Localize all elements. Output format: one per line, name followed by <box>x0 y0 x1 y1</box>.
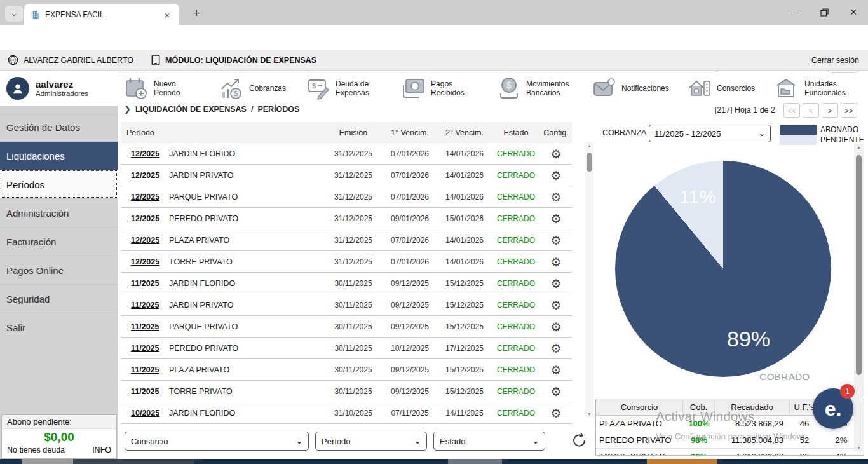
config-gear-icon[interactable]: ⚙ <box>540 233 572 247</box>
config-gear-icon[interactable]: ⚙ <box>540 190 572 204</box>
action-nuevo-periodo[interactable]: Nuevo Periodo <box>124 76 200 100</box>
period-link[interactable]: 11/2025 <box>131 301 159 310</box>
page-next-button[interactable]: > <box>822 103 838 118</box>
estado-badge: CERRADO <box>492 409 540 418</box>
config-gear-icon[interactable]: ⚙ <box>540 406 572 420</box>
period-link[interactable]: 12/2025 <box>131 257 159 266</box>
scroll-up-icon[interactable]: ▲ <box>585 144 593 148</box>
legend-swatch-abonado <box>780 125 817 135</box>
abono-amount: $0,00 <box>2 429 116 446</box>
scrollbar-thumb[interactable] <box>587 153 592 172</box>
config-gear-icon[interactable]: ⚙ <box>540 147 572 161</box>
sidebar-item-gestion-de-datos[interactable]: Gestión de Datos <box>0 113 118 141</box>
vencimiento2-date: 15/12/2025 <box>437 279 492 288</box>
vencimiento1-date: 07/01/2026 <box>383 236 437 245</box>
scrollbar-thumb[interactable] <box>856 155 862 375</box>
sidebar-item-facturacion[interactable]: Facturación <box>0 227 118 256</box>
abono-title: Abono pendiente: <box>2 415 116 429</box>
period-link[interactable]: 11/2025 <box>131 387 159 396</box>
config-gear-icon[interactable]: ⚙ <box>540 385 572 399</box>
vencimiento2-date: 14/01/2026 <box>437 149 492 158</box>
period-link[interactable]: 11/2025 <box>131 279 159 288</box>
emision-date: 31/12/2025 <box>324 149 383 158</box>
config-gear-icon[interactable]: ⚙ <box>540 255 572 269</box>
cobranza-label: COBRANZA <box>602 128 646 137</box>
sidebar-item-seguridad[interactable]: Seguridad <box>0 284 118 313</box>
module-title: MÓDULO: LIQUIDACIÓN DE EXPENSAS <box>165 56 316 65</box>
sidebar-username: aalvarez <box>36 79 88 90</box>
logout-link[interactable]: Cerrar sesión <box>811 56 859 65</box>
action-deuda-de-expensas[interactable]: $ Deuda de Expensas <box>306 76 381 100</box>
estado-badge: CERRADO <box>492 387 540 396</box>
breadcrumb-chevron-icon: ❯ <box>124 104 131 114</box>
config-gear-icon[interactable]: ⚙ <box>540 320 572 334</box>
config-gear-icon[interactable]: ⚙ <box>540 276 572 290</box>
cobranza-range-select[interactable]: 11/2025 - 12/2025 ⌄ <box>649 125 771 142</box>
period-link[interactable]: 11/2025 <box>131 322 159 331</box>
action-cobranzas[interactable]: $ Cobranzas <box>219 76 286 100</box>
config-gear-icon[interactable]: ⚙ <box>540 298 572 312</box>
pagination-buttons: << < > >> <box>783 103 857 118</box>
breadcrumb-row: ❯ LIQUIDACIÓN DE EXPENSAS / PERÍODOS [21… <box>124 104 861 119</box>
sidebar-item-periodos[interactable]: Períodos <box>0 170 118 198</box>
estado-badge: CERRADO <box>492 279 540 288</box>
pie-value-cobrado: 89% <box>727 327 770 351</box>
emision-date: 31/12/2025 <box>324 171 383 180</box>
table-row: 11/2025PARQUE PRIVATO30/11/202509/12/202… <box>121 316 572 338</box>
action-pagos-recibidos[interactable]: Pagos Recibidos <box>401 76 477 100</box>
close-button[interactable]: ✕ <box>839 0 868 24</box>
period-link[interactable]: 12/2025 <box>131 193 159 201</box>
browser-tab[interactable]: EXPENSA FACIL × <box>24 4 179 25</box>
config-gear-icon[interactable]: ⚙ <box>540 341 572 355</box>
estado-filter-select[interactable]: Estado⌄ <box>433 432 545 451</box>
table-row: 12/2025JARDIN FLORIDO31/12/202507/01/202… <box>121 143 572 165</box>
periodo-filter-select[interactable]: Período⌄ <box>315 432 427 451</box>
estado-badge: CERRADO <box>492 193 540 201</box>
action-unidades-funcionales[interactable]: Unidades Funcionales <box>775 76 850 100</box>
action-movimientos-bancarios[interactable]: $ Movimientos Bancarios <box>496 76 572 100</box>
chat-widget-logo: e. <box>825 397 842 421</box>
sidebar-item-salir[interactable]: Salir <box>0 313 118 341</box>
sidebar-item-pagos-online[interactable]: Pagos Online <box>0 256 118 284</box>
table-row: 11/2025PLAZA PRIVATO30/11/202509/12/2025… <box>121 359 572 381</box>
windows-watermark-line1: Activar Windows <box>656 409 754 424</box>
period-link[interactable]: 11/2025 <box>131 365 159 374</box>
sidebar-item-administracion[interactable]: Administración <box>0 198 118 227</box>
tab-search-button[interactable]: ⌄ <box>5 6 23 22</box>
panel-scrollbar[interactable]: ▲ ▼ <box>854 144 864 451</box>
reload-filters-icon[interactable] <box>570 431 589 450</box>
page-first-button[interactable]: << <box>783 103 800 118</box>
vencimiento2-date: 15/01/2026 <box>437 214 492 223</box>
consorcio-name: JARDIN FLORIDO <box>166 409 324 418</box>
period-link[interactable]: 12/2025 <box>131 149 159 158</box>
page-prev-button[interactable]: < <box>803 103 819 118</box>
emision-date: 30/11/2025 <box>324 387 383 396</box>
period-link[interactable]: 10/2025 <box>131 409 159 418</box>
restore-button[interactable] <box>810 0 839 24</box>
page-last-button[interactable]: >> <box>841 103 857 118</box>
period-link[interactable]: 12/2025 <box>131 214 159 223</box>
new-tab-button[interactable]: + <box>188 6 205 21</box>
action-consorcios[interactable]: Consorcios <box>687 76 755 100</box>
period-link[interactable]: 12/2025 <box>131 171 159 180</box>
scroll-up-icon[interactable]: ▲ <box>855 145 863 149</box>
sidebar-item-liquidaciones[interactable]: Liquidaciones <box>0 141 118 170</box>
config-gear-icon[interactable]: ⚙ <box>540 363 572 377</box>
tab-close-icon[interactable]: × <box>161 10 173 20</box>
chart-dollar-icon: $ <box>219 76 245 100</box>
abono-info-link[interactable]: INFO <box>92 446 111 454</box>
minimize-button[interactable]: — <box>780 0 810 24</box>
estado-badge: CERRADO <box>492 344 540 353</box>
scroll-down-icon[interactable]: ▼ <box>585 412 593 416</box>
consorcio-filter-select[interactable]: Consorcio⌄ <box>125 432 309 451</box>
scroll-down-icon[interactable]: ▼ <box>855 446 863 450</box>
action-notificaciones[interactable]: Notificaciones <box>592 76 667 100</box>
config-gear-icon[interactable]: ⚙ <box>540 212 572 226</box>
table-scrollbar[interactable]: ▲ ▼ <box>585 142 593 418</box>
vencimiento2-date: 14/01/2026 <box>437 236 492 245</box>
period-link[interactable]: 12/2025 <box>131 236 159 245</box>
emision-date: 30/11/2025 <box>324 301 383 310</box>
vencimiento2-date: 14/01/2026 <box>437 171 492 180</box>
config-gear-icon[interactable]: ⚙ <box>540 168 572 182</box>
period-link[interactable]: 11/2025 <box>131 344 159 353</box>
